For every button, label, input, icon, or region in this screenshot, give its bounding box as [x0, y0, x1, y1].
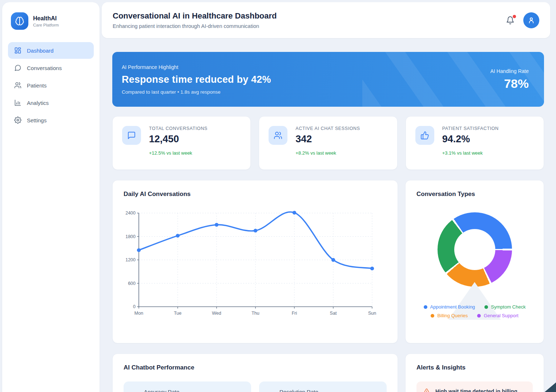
svg-text:Fri: Fri	[292, 311, 297, 316]
handling-rate-value: 78%	[490, 77, 529, 91]
sidebar-item-label: Patients	[27, 82, 47, 89]
stats-row: TOTAL CONVERSATIONS 12,450 +12.5% vs las…	[112, 116, 544, 170]
legend-dot	[424, 305, 427, 309]
bottom-row: AI Chatbot Performance Accuracy Rate Res…	[112, 354, 544, 392]
dashboard-grid-icon	[14, 47, 21, 54]
alerts-title: Alerts & Insights	[416, 364, 533, 371]
legend-label: Appointment Booking	[430, 304, 475, 310]
sidebar: HealthAI Care Platform Dashboard Convers…	[2, 2, 100, 392]
legend-dot	[484, 305, 488, 309]
chatbot-performance-card: AI Chatbot Performance Accuracy Rate Res…	[112, 354, 398, 392]
legend-item-general-support: General Support	[477, 313, 518, 318]
donut-legend: Appointment BookingSymptom CheckBilling …	[416, 304, 533, 318]
stat-label: ACTIVE AI CHAT SESSIONS	[295, 126, 360, 131]
metric-label: Resolution Rate	[279, 389, 318, 392]
performance-title: AI Chatbot Performance	[124, 364, 387, 371]
sidebar-item-settings[interactable]: Settings	[8, 112, 94, 128]
brand: HealthAI Care Platform	[8, 12, 94, 42]
svg-text:600: 600	[128, 281, 136, 286]
stat-value: 342	[295, 134, 360, 145]
stat-delta: +8.2% vs last week	[295, 150, 360, 156]
legend-label: Symptom Check	[491, 304, 525, 310]
users-icon	[269, 126, 287, 145]
stat-card-total-conversations: TOTAL CONVERSATIONS 12,450 +12.5% vs las…	[112, 116, 251, 170]
svg-text:1200: 1200	[125, 257, 136, 262]
svg-text:Sun: Sun	[368, 311, 376, 316]
banner-eyebrow: AI Performance Highlight	[122, 64, 271, 70]
avatar[interactable]	[523, 12, 539, 28]
charts-row: Daily AI Conversations 0600120018002400M…	[112, 180, 544, 343]
donut-hole	[454, 229, 495, 270]
stat-card-patient-satisfaction: PATIENT SATISFACTION 94.2% +3.1% vs last…	[406, 116, 544, 170]
svg-text:1800: 1800	[125, 234, 136, 239]
brand-name: HealthAI	[33, 15, 59, 22]
brand-logo	[11, 12, 28, 30]
metric-label: Accuracy Rate	[144, 389, 180, 392]
alert-item: High wait time detected in billing	[416, 381, 533, 392]
users-icon	[14, 82, 21, 89]
handling-rate-label: AI Handling Rate	[490, 68, 529, 74]
page-title: Conversational AI in Healthcare Dashboar…	[113, 11, 277, 21]
sidebar-item-label: Conversations	[27, 65, 62, 71]
brand-tagline: Care Platform	[33, 23, 59, 27]
main-column: Conversational AI in Healthcare Dashboar…	[102, 2, 550, 392]
legend-item-appointment-booking: Appointment Booking	[424, 304, 475, 310]
donut-chart	[438, 212, 512, 287]
stat-value: 12,450	[149, 134, 208, 145]
svg-text:0: 0	[133, 304, 136, 309]
sidebar-item-conversations[interactable]: Conversations	[8, 60, 94, 76]
notification-bell-button[interactable]	[506, 16, 515, 25]
alerts-card: Alerts & Insights High wait time detecte…	[405, 354, 544, 392]
conversation-types-card: Conversation Types Appointment BookingSy…	[405, 180, 544, 343]
svg-text:2400: 2400	[125, 211, 136, 216]
accuracy-rate-box: Accuracy Rate	[124, 381, 251, 392]
header: Conversational AI in Healthcare Dashboar…	[102, 2, 550, 38]
sidebar-nav: Dashboard Conversations Patients	[8, 42, 94, 128]
notification-dot	[513, 15, 516, 18]
chat-bubble-icon	[14, 64, 21, 72]
line-chart-title: Daily AI Conversations	[124, 191, 387, 198]
svg-text:Thu: Thu	[251, 311, 259, 316]
stat-label: TOTAL CONVERSATIONS	[149, 126, 208, 131]
svg-text:Sat: Sat	[330, 311, 337, 316]
sidebar-item-dashboard[interactable]: Dashboard	[8, 42, 94, 59]
warning-triangle-icon	[423, 388, 430, 392]
svg-text:Tue: Tue	[174, 311, 181, 316]
svg-text:Mon: Mon	[134, 311, 143, 316]
stat-delta: +12.5% vs last week	[149, 150, 208, 156]
brain-icon	[15, 16, 24, 26]
legend-label: Billing Queries	[437, 313, 468, 318]
gear-icon	[14, 117, 21, 124]
page-subtitle: Enhancing patient interaction through AI…	[113, 23, 277, 29]
legend-item-billing-queries: Billing Queries	[431, 313, 468, 318]
stat-value: 94.2%	[442, 134, 499, 145]
svg-text:Wed: Wed	[212, 311, 221, 316]
stat-card-active-sessions: ACTIVE AI CHAT SESSIONS 342 +8.2% vs las…	[259, 116, 397, 170]
resolution-rate-box: Resolution Rate	[259, 381, 387, 392]
legend-dot	[431, 314, 434, 318]
message-square-icon	[122, 126, 141, 145]
legend-label: General Support	[484, 313, 518, 318]
daily-conversations-card: Daily AI Conversations 0600120018002400M…	[112, 180, 398, 343]
bar-chart-icon	[14, 99, 21, 106]
sidebar-item-patients[interactable]: Patients	[8, 77, 94, 94]
thumbs-up-icon	[415, 126, 434, 145]
banner-subtext: Compared to last quarter • 1.8s avg resp…	[122, 89, 271, 95]
sidebar-item-analytics[interactable]: Analytics	[8, 94, 94, 111]
donut-chart-title: Conversation Types	[416, 191, 533, 198]
banner-headline: Response time reduced by 42%	[122, 74, 271, 85]
alert-text: High wait time detected in billing	[435, 388, 517, 392]
sidebar-item-label: Analytics	[27, 100, 49, 106]
sidebar-item-label: Settings	[27, 117, 47, 123]
content: AI Performance Highlight Response time r…	[102, 38, 550, 392]
stat-label: PATIENT SATISFACTION	[442, 126, 499, 131]
daily-conversations-line-chart: 0600120018002400MonTueWedThuFriSatSun	[124, 204, 387, 320]
user-icon	[527, 16, 535, 24]
legend-dot	[477, 314, 481, 318]
performance-banner: AI Performance Highlight Response time r…	[112, 52, 544, 107]
sidebar-item-label: Dashboard	[27, 48, 53, 54]
legend-item-symptom-check: Symptom Check	[484, 304, 525, 310]
stat-delta: +3.1% vs last week	[442, 150, 499, 156]
